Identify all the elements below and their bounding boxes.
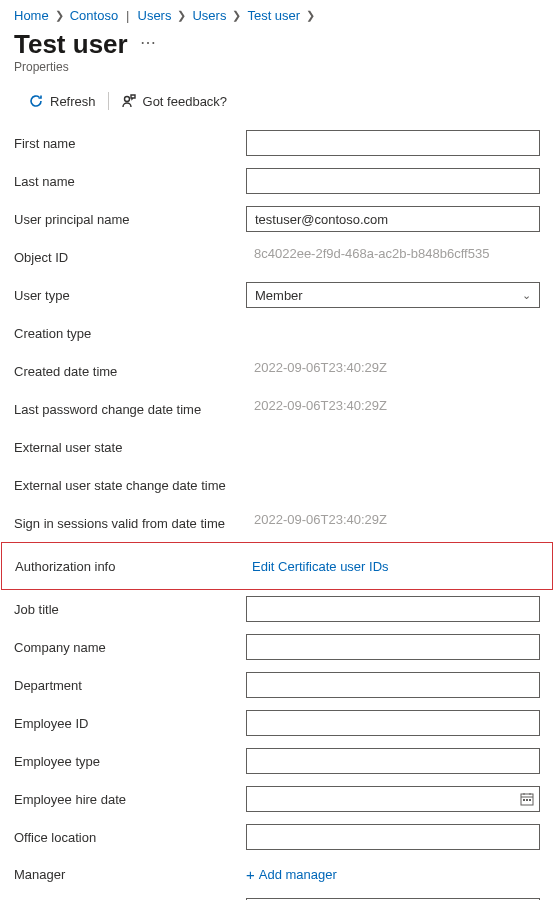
employee-hire-input[interactable] xyxy=(246,786,540,812)
field-manager: Manager + Add manager xyxy=(0,856,554,892)
employee-type-input[interactable] xyxy=(246,748,540,774)
department-input[interactable] xyxy=(246,672,540,698)
field-upn: User principal name xyxy=(0,200,554,238)
job-title-input[interactable] xyxy=(246,596,540,622)
last-name-input[interactable] xyxy=(246,168,540,194)
breadcrumb-user[interactable]: Test user xyxy=(247,8,300,23)
last-name-label: Last name xyxy=(14,174,246,189)
more-icon[interactable]: ⋯ xyxy=(140,33,158,56)
job-title-label: Job title xyxy=(14,602,246,617)
page-header: Test user ⋯ xyxy=(0,25,554,60)
breadcrumb: Home ❯ Contoso | Users ❯ Users ❯ Test us… xyxy=(0,0,554,25)
field-created: Created date time 2022-09-06T23:40:29Z xyxy=(0,352,554,390)
breadcrumb-divider: | xyxy=(126,8,129,23)
feedback-icon xyxy=(121,93,137,109)
command-bar: Refresh Got feedback? xyxy=(0,84,554,122)
field-creation-type: Creation type xyxy=(0,314,554,352)
breadcrumb-tenant[interactable]: Contoso xyxy=(70,8,118,23)
edit-certificate-user-ids-link[interactable]: Edit Certificate user IDs xyxy=(247,559,389,574)
field-department: Department xyxy=(0,666,554,704)
created-label: Created date time xyxy=(14,364,246,379)
chevron-right-icon: ❯ xyxy=(55,9,64,22)
last-pwd-label: Last password change date time xyxy=(14,402,246,417)
field-employee-type: Employee type xyxy=(0,742,554,780)
page-title: Test user xyxy=(14,29,128,60)
ext-state-dt-value xyxy=(246,472,540,498)
company-input[interactable] xyxy=(246,634,540,660)
field-street: Street address xyxy=(0,892,554,900)
user-type-label: User type xyxy=(14,288,246,303)
field-company: Company name xyxy=(0,628,554,666)
chevron-right-icon: ❯ xyxy=(306,9,315,22)
breadcrumb-users1[interactable]: Users xyxy=(138,8,172,23)
page-subtitle: Properties xyxy=(0,60,554,84)
svg-point-0 xyxy=(124,97,129,102)
add-manager-label: Add manager xyxy=(259,867,337,882)
object-id-label: Object ID xyxy=(14,250,246,265)
field-last-pwd: Last password change date time 2022-09-0… xyxy=(0,390,554,428)
authz-label: Authorization info xyxy=(15,559,247,574)
field-signin-valid: Sign in sessions valid from date time 20… xyxy=(0,504,554,542)
authorization-info-highlight: Authorization info Edit Certificate user… xyxy=(1,542,553,590)
feedback-label: Got feedback? xyxy=(143,94,228,109)
chevron-right-icon: ❯ xyxy=(177,9,186,22)
refresh-label: Refresh xyxy=(50,94,96,109)
office-input[interactable] xyxy=(246,824,540,850)
employee-id-input[interactable] xyxy=(246,710,540,736)
signin-valid-value: 2022-09-06T23:40:29Z xyxy=(246,510,540,536)
field-employee-id: Employee ID xyxy=(0,704,554,742)
user-type-value: Member xyxy=(255,288,303,303)
breadcrumb-users2[interactable]: Users xyxy=(192,8,226,23)
chevron-down-icon: ⌄ xyxy=(522,289,531,302)
field-ext-state-dt: External user state change date time xyxy=(0,466,554,504)
last-pwd-value: 2022-09-06T23:40:29Z xyxy=(246,396,540,422)
field-first-name: First name xyxy=(0,124,554,162)
company-label: Company name xyxy=(14,640,246,655)
office-label: Office location xyxy=(14,830,246,845)
plus-icon: + xyxy=(246,867,255,882)
refresh-icon xyxy=(28,93,44,109)
employee-type-label: Employee type xyxy=(14,754,246,769)
upn-label: User principal name xyxy=(14,212,246,227)
refresh-button[interactable]: Refresh xyxy=(28,93,96,109)
user-type-select[interactable]: Member ⌄ xyxy=(246,282,540,308)
object-id-value: 8c4022ee-2f9d-468a-ac2b-b848b6cff535 xyxy=(246,244,540,270)
add-manager-link[interactable]: + Add manager xyxy=(246,867,337,882)
first-name-input[interactable] xyxy=(246,130,540,156)
field-ext-state: External user state xyxy=(0,428,554,466)
feedback-button[interactable]: Got feedback? xyxy=(121,93,228,109)
chevron-right-icon: ❯ xyxy=(232,9,241,22)
creation-type-value xyxy=(246,320,540,346)
ext-state-label: External user state xyxy=(14,440,246,455)
employee-id-label: Employee ID xyxy=(14,716,246,731)
field-last-name: Last name xyxy=(0,162,554,200)
command-separator xyxy=(108,92,109,110)
upn-input[interactable] xyxy=(246,206,540,232)
signin-valid-label: Sign in sessions valid from date time xyxy=(14,516,246,531)
field-user-type: User type Member ⌄ xyxy=(0,276,554,314)
created-value: 2022-09-06T23:40:29Z xyxy=(246,358,540,384)
field-employee-hire: Employee hire date xyxy=(0,780,554,818)
field-job-title: Job title xyxy=(0,590,554,628)
employee-hire-label: Employee hire date xyxy=(14,792,246,807)
field-object-id: Object ID 8c4022ee-2f9d-468a-ac2b-b848b6… xyxy=(0,238,554,276)
properties-form: First name Last name User principal name… xyxy=(0,122,554,900)
field-office: Office location xyxy=(0,818,554,856)
first-name-label: First name xyxy=(14,136,246,151)
manager-label: Manager xyxy=(14,867,246,882)
department-label: Department xyxy=(14,678,246,693)
breadcrumb-home[interactable]: Home xyxy=(14,8,49,23)
ext-state-value xyxy=(246,434,540,460)
ext-state-dt-label: External user state change date time xyxy=(14,478,246,493)
field-authz: Authorization info Edit Certificate user… xyxy=(2,548,552,584)
creation-type-label: Creation type xyxy=(14,326,246,341)
